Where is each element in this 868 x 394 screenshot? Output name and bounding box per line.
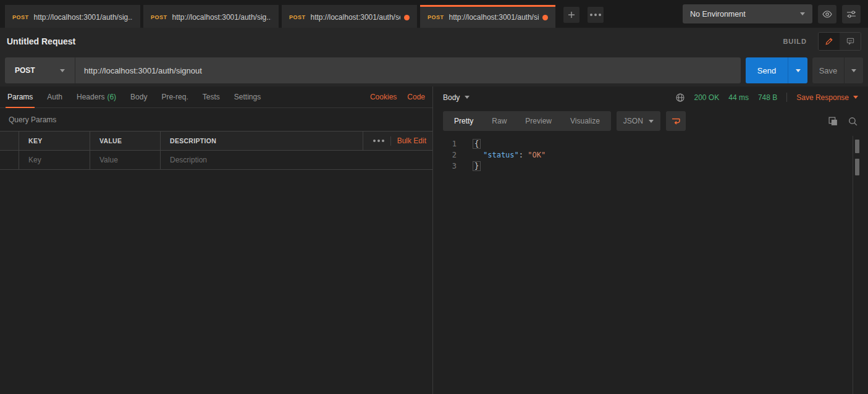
code-link[interactable]: Code [407,93,425,101]
request-tab-1[interactable]: POST http://localhost:3001/auth/sig... [5,5,140,28]
save-response-label: Save Response [796,93,849,102]
plus-icon [568,11,575,19]
wrap-lines-button[interactable] [666,111,686,131]
tab-auth[interactable]: Auth [47,86,62,107]
tab-tests-label: Tests [203,93,220,101]
save-button-group: Save [812,57,863,83]
network-globe-icon[interactable] [675,93,685,103]
http-method-selector[interactable]: POST [5,57,75,83]
environment-quick-look-button[interactable] [818,5,836,23]
response-format-selector[interactable]: JSON [617,111,660,131]
request-url-row: POST Send Save [0,54,868,86]
response-body-dropdown[interactable]: Body [443,93,470,102]
search-icon[interactable] [848,116,858,127]
open-brace-token: { [473,139,481,149]
chevron-down-icon [851,69,856,72]
send-options-button[interactable] [788,57,807,83]
code-line: 1 { [433,139,868,150]
tab-params-label: Params [7,93,33,101]
query-params-table: KEY VALUE DESCRIPTION Bulk Edit [0,131,432,170]
chevron-down-icon [465,96,470,99]
tab-url: http://localhost:3001/auth/sig... [34,13,133,22]
mode-toggle-group [818,32,861,51]
send-button[interactable]: Send [746,57,788,83]
headers-count-badge: (6) [107,93,116,101]
json-value-token: "OK" [528,151,546,159]
request-url-input[interactable] [75,57,741,83]
line-number: 2 [433,150,464,161]
save-button[interactable]: Save [812,57,844,83]
save-button-label: Save [819,66,838,75]
response-panel: Body 200 OK 44 ms 748 B Save Response [433,86,868,394]
request-tab-2[interactable]: POST http://localhost:3001/auth/sig... [143,5,279,28]
response-time-badge: 44 ms [728,93,749,102]
view-tab-visualize[interactable]: Visualize [561,111,609,131]
cookies-link[interactable]: Cookies [370,93,397,101]
tab-pre-request[interactable]: Pre-req. [161,86,188,107]
environment-selected-label: No Environment [690,10,746,19]
http-method-label: POST [15,66,35,75]
save-options-button[interactable] [844,57,863,83]
response-view-switcher: Pretty Raw Preview Visualize [443,111,611,131]
more-options-icon[interactable] [373,140,384,142]
tab-params[interactable]: Params [7,86,33,107]
new-tab-button[interactable] [563,7,579,23]
scrollbar-thumb[interactable] [855,159,859,175]
sliders-icon [846,9,857,20]
chevron-down-icon [853,96,858,99]
line-number: 1 [433,139,464,150]
request-editor-panel: Params Auth Headers (6) Body Pre-req. Te… [0,86,433,394]
query-params-empty-row [0,151,432,170]
tab-body-label: Body [130,93,147,101]
save-response-button[interactable]: Save Response [796,93,858,102]
tab-method-badge: POST [428,14,444,20]
main-content: Params Auth Headers (6) Body Pre-req. Te… [0,86,868,394]
close-brace-token: } [473,161,481,171]
param-description-input[interactable] [170,156,423,164]
query-params-header-row: KEY VALUE DESCRIPTION Bulk Edit [0,132,432,151]
tab-options-button[interactable] [588,7,604,23]
json-colon-token: : [519,151,528,159]
tab-settings[interactable]: Settings [234,86,261,107]
tab-pre-request-label: Pre-req. [161,93,188,101]
request-tab-3[interactable]: POST http://localhost:3001/auth/ses... [282,5,417,28]
pencil-icon [825,37,833,46]
copy-icon[interactable] [828,116,838,127]
environment-selector[interactable]: No Environment [683,4,812,23]
column-header-value: VALUE [90,132,160,150]
code-line: 2 "status": "OK" [433,150,868,161]
status-badge: 200 OK [694,93,720,102]
tab-method-badge: POST [151,14,167,20]
response-size-badge: 748 B [758,93,777,102]
response-body-label: Body [443,93,460,102]
tab-url: http://localhost:3001/auth/sig... [449,13,539,22]
tab-method-badge: POST [289,14,306,20]
tab-method-badge: POST [12,14,29,20]
chevron-down-icon [800,12,805,15]
json-key-token: "status" [483,151,519,159]
scrollbar-track [853,136,853,394]
tab-headers[interactable]: Headers (6) [77,86,116,107]
response-toolbar-right [828,116,858,127]
tab-tests[interactable]: Tests [203,86,220,107]
response-body-viewer: 1 { 2 "status": "OK" 3 } [433,134,868,172]
scrollbar-thumb[interactable] [855,140,859,153]
divider [390,136,391,146]
chevron-down-icon [649,120,654,123]
param-value-input[interactable] [99,156,151,164]
param-key-input[interactable] [28,156,80,164]
request-tab-4-active[interactable]: POST http://localhost:3001/auth/sig... [420,5,555,28]
send-button-group: Send [746,57,807,83]
bulk-edit-link[interactable]: Bulk Edit [397,136,426,145]
view-tab-preview[interactable]: Preview [516,111,561,131]
view-tab-raw[interactable]: Raw [482,111,516,131]
edit-mode-button[interactable] [819,33,840,50]
code-line: 3 } [433,161,868,172]
request-title[interactable]: Untitled Request [7,36,75,46]
chevron-down-icon [60,69,65,72]
tab-body[interactable]: Body [130,86,147,107]
view-tab-pretty[interactable]: Pretty [445,111,482,131]
comments-button[interactable] [840,33,861,50]
send-button-label: Send [757,66,776,75]
environment-settings-button[interactable] [842,5,861,23]
